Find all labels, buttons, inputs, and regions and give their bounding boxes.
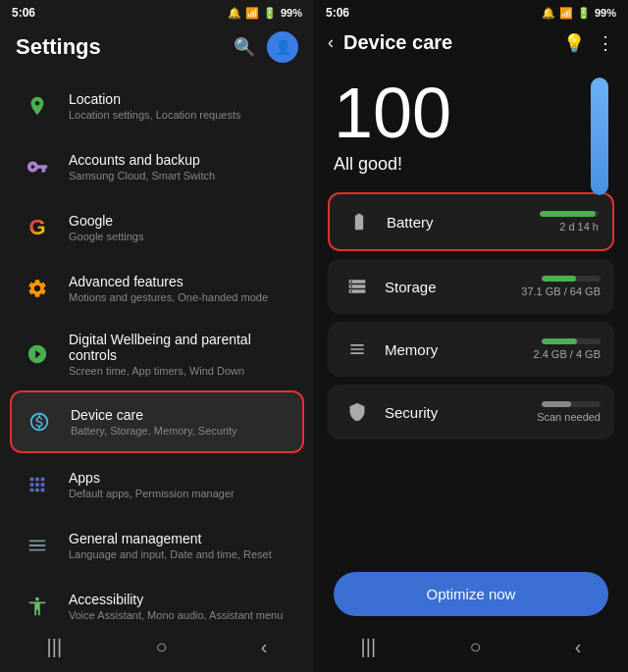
- security-value: Scan needed: [537, 411, 601, 423]
- general-subtitle: Language and input, Date and time, Reset: [69, 548, 294, 560]
- score-bar-fill: [591, 78, 608, 195]
- left-status-icons: 🔔 📶 🔋 99%: [228, 7, 302, 20]
- accessibility-text: Accessibility Voice Assistant, Mono audi…: [69, 592, 294, 621]
- nav-home-icon[interactable]: ○: [155, 636, 167, 658]
- sidebar-item-devicecare[interactable]: Device care Battery, Storage, Memory, Se…: [10, 390, 304, 453]
- score-label: All good!: [334, 154, 608, 175]
- accounts-text: Accounts and backup Samsung Cloud, Smart…: [69, 152, 294, 181]
- score-bar: [591, 78, 608, 195]
- accounts-subtitle: Samsung Cloud, Smart Switch: [69, 170, 294, 181]
- score-section: 100 All good!: [314, 62, 628, 182]
- right-nav-bar: ||| ○ ‹: [314, 626, 628, 672]
- care-item-battery[interactable]: Battery 2 d 14 h: [328, 192, 614, 251]
- storage-progress: [542, 276, 601, 282]
- memory-value: 2.4 GB / 4 GB: [534, 348, 601, 360]
- right-battery-percent: 99%: [595, 7, 616, 19]
- right-signal-icon: 📶: [559, 7, 573, 20]
- advanced-subtitle: Motions and gestures, One-handed mode: [69, 291, 294, 303]
- right-header-actions: 💡 ⋮: [563, 32, 614, 54]
- battery-icon: 🔋: [263, 7, 277, 20]
- care-item-security[interactable]: Security Scan needed: [328, 385, 614, 439]
- right-status-icons: 🔔 📶 🔋 99%: [542, 7, 616, 20]
- devicecare-title: Device care: [71, 407, 292, 423]
- accessibility-title: Accessibility: [69, 592, 294, 607]
- right-nav-back-icon[interactable]: ‹: [575, 636, 582, 658]
- apps-title: Apps: [69, 470, 294, 486]
- storage-name: Storage: [385, 279, 521, 295]
- nav-back-icon[interactable]: ‹: [261, 636, 268, 658]
- memory-progress: [542, 338, 601, 344]
- right-status-bar: 5:06 🔔 📶 🔋 99%: [314, 0, 628, 24]
- security-progress: [542, 401, 601, 407]
- right-header-title: Device care: [343, 31, 452, 54]
- location-icon: [20, 88, 55, 124]
- bulb-icon[interactable]: 💡: [563, 32, 585, 54]
- location-text: Location Location settings, Location req…: [69, 91, 294, 121]
- advanced-icon: [20, 271, 55, 306]
- battery-progress: [540, 211, 599, 217]
- apps-text: Apps Default apps, Permission manager: [69, 470, 294, 499]
- right-nav-recent-icon[interactable]: |||: [361, 636, 377, 658]
- memory-icon: [341, 334, 373, 365]
- optimize-button[interactable]: Optimize now: [334, 572, 608, 616]
- accounts-title: Accounts and backup: [69, 152, 294, 168]
- accounts-icon: [20, 149, 55, 184]
- back-button[interactable]: ‹: [328, 32, 334, 53]
- advanced-text: Advanced features Motions and gestures, …: [69, 274, 294, 303]
- sidebar-item-accounts[interactable]: Accounts and backup Samsung Cloud, Smart…: [10, 137, 304, 196]
- right-time: 5:06: [326, 6, 349, 20]
- memory-name: Memory: [385, 341, 534, 358]
- right-panel: 5:06 🔔 📶 🔋 99% ‹ Device care 💡 ⋮ 100 All…: [314, 0, 628, 672]
- sidebar-item-accessibility[interactable]: Accessibility Voice Assistant, Mono audi…: [10, 577, 304, 626]
- wellbeing-text: Digital Wellbeing and parental controls …: [69, 332, 294, 377]
- battery-icon: [343, 206, 375, 237]
- search-icon[interactable]: 🔍: [234, 36, 255, 58]
- google-icon: G: [20, 210, 55, 245]
- google-title: Google: [69, 213, 294, 229]
- right-nav-home-icon[interactable]: ○: [469, 636, 481, 658]
- right-notification-icon: 🔔: [542, 7, 555, 20]
- care-item-storage[interactable]: Storage 37.1 GB / 64 GB: [328, 259, 614, 314]
- sidebar-item-wellbeing[interactable]: Digital Wellbeing and parental controls …: [10, 320, 304, 388]
- devicecare-subtitle: Battery, Storage, Memory, Security: [71, 425, 292, 437]
- storage-icon: [341, 271, 373, 302]
- accessibility-icon: [20, 589, 55, 624]
- right-header: ‹ Device care 💡 ⋮: [314, 24, 628, 62]
- location-title: Location: [69, 91, 294, 107]
- general-text: General management Language and input, D…: [69, 531, 294, 560]
- apps-subtitle: Default apps, Permission manager: [69, 488, 294, 499]
- wellbeing-subtitle: Screen time, App timers, Wind Down: [69, 365, 294, 377]
- more-icon[interactable]: ⋮: [597, 32, 614, 54]
- advanced-title: Advanced features: [69, 274, 294, 289]
- score-number: 100: [334, 78, 608, 148]
- google-subtitle: Google settings: [69, 231, 294, 242]
- care-items-list: Battery 2 d 14 h Storage 37.1 GB / 64 GB: [314, 182, 628, 560]
- settings-list: Location Location settings, Location req…: [0, 73, 314, 626]
- optimize-btn-container: Optimize now: [314, 560, 628, 626]
- general-title: General management: [69, 531, 294, 546]
- care-item-memory[interactable]: Memory 2.4 GB / 4 GB: [328, 322, 614, 377]
- wellbeing-icon: [20, 336, 55, 372]
- right-battery-icon: 🔋: [577, 7, 591, 20]
- left-header-title: Settings: [16, 34, 101, 60]
- notification-icon: 🔔: [228, 7, 241, 20]
- signal-icon: 📶: [245, 7, 259, 20]
- wellbeing-title: Digital Wellbeing and parental controls: [69, 332, 294, 363]
- left-time: 5:06: [12, 6, 35, 20]
- sidebar-item-general[interactable]: General management Language and input, D…: [10, 516, 304, 575]
- sidebar-item-google[interactable]: G Google Google settings: [10, 198, 304, 257]
- google-text: Google Google settings: [69, 213, 294, 242]
- avatar[interactable]: 👤: [267, 31, 298, 63]
- sidebar-item-location[interactable]: Location Location settings, Location req…: [10, 77, 304, 135]
- left-nav-bar: ||| ○ ‹: [0, 626, 314, 672]
- general-icon: [20, 528, 55, 563]
- apps-icon: [20, 467, 55, 502]
- left-header: Settings 🔍 👤: [0, 24, 314, 73]
- nav-recent-icon[interactable]: |||: [47, 636, 63, 658]
- sidebar-item-advanced[interactable]: Advanced features Motions and gestures, …: [10, 259, 304, 318]
- battery-name: Battery: [387, 214, 540, 231]
- devicecare-text: Device care Battery, Storage, Memory, Se…: [71, 407, 292, 437]
- left-header-actions: 🔍 👤: [234, 31, 298, 63]
- sidebar-item-apps[interactable]: Apps Default apps, Permission manager: [10, 455, 304, 514]
- left-status-bar: 5:06 🔔 📶 🔋 99%: [0, 0, 314, 24]
